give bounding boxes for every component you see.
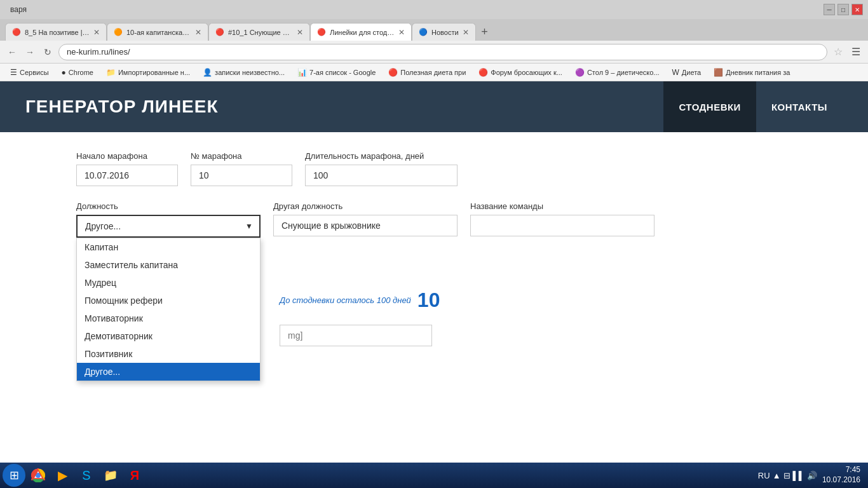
form-group-number: № марафона <box>191 151 292 186</box>
sys-tray: RU ▲ ⊟ ▌▌ 🔊 <box>758 471 817 480</box>
bookmark-imported[interactable]: 📁 Импортированные н... <box>101 65 195 79</box>
lang-indicator: RU <box>758 471 770 480</box>
minimize-button[interactable]: ─ <box>824 4 835 15</box>
bookmark-dnevnik-label: Дневник питания за <box>726 69 790 76</box>
bookmark-diet[interactable]: 🔴 Полезная диета при <box>383 65 471 79</box>
tab-1-close[interactable]: ✕ <box>93 28 100 37</box>
form-group-position: Должность Другое... ▼ Капитан Заместител… <box>76 201 261 238</box>
menu-icon[interactable]: ☰ <box>849 46 863 58</box>
select-arrow-icon: ▼ <box>245 222 253 231</box>
preview-text: До стодневки осталось 100 дней <box>280 295 411 305</box>
tab-2-close[interactable]: ✕ <box>195 28 201 37</box>
team-name-input[interactable] <box>470 215 654 236</box>
bookmark-star-icon[interactable]: ☆ <box>831 46 845 58</box>
partial-input-area <box>280 325 792 346</box>
position-select-wrapper: Другое... ▼ Капитан Заместитель капитана… <box>76 215 261 238</box>
tab-1-favicon: 🔴 <box>12 28 21 37</box>
form-group-other-position: Другая должность <box>273 201 458 236</box>
back-button[interactable]: ← <box>5 45 19 59</box>
tab-4-close[interactable]: ✕ <box>398 28 405 37</box>
form-area: Начало марафона № марафона Длительность … <box>0 132 868 365</box>
tab-1[interactable]: 🔴 8_5 На позитиве | Стран... ✕ <box>5 23 107 41</box>
title-bar-text: варя <box>10 5 27 14</box>
other-position-input[interactable] <box>273 215 458 236</box>
new-tab-button[interactable]: + <box>476 23 494 41</box>
taskbar-folder-icon[interactable]: 📁 <box>99 464 122 487</box>
bookmark-dieta-label: Диета <box>682 69 701 76</box>
start-button[interactable]: ⊞ <box>3 464 25 487</box>
tab-5-close[interactable]: ✕ <box>463 28 469 37</box>
dropdown-item-motivatornik[interactable]: Мотиваторник <box>77 309 260 327</box>
tab-3-label: #10_1 Снующие в крыж... <box>228 29 293 36</box>
tab-3[interactable]: 🔴 #10_1 Снующие в крыж... ✕ <box>208 23 310 41</box>
up-arrow-icon: ▲ <box>773 471 781 480</box>
7th-icon: 📊 <box>297 68 307 77</box>
tab-3-close[interactable]: ✕ <box>297 28 303 37</box>
dropdown-item-drugoe[interactable]: Другое... <box>77 363 260 381</box>
other-position-label: Другая должность <box>273 201 458 211</box>
forward-button[interactable]: → <box>23 45 37 59</box>
dropdown-item-demotivatornik[interactable]: Демотиваторник <box>77 327 260 345</box>
taskbar: ⊞ ▶ S 📁 Я RU ▲ ⊟ ▌▌ 🔊 7:45 10.07.2016 <box>0 463 868 488</box>
team-name-label: Название команды <box>470 201 654 211</box>
bookmark-stol9[interactable]: 🟣 Стол 9 – диетическо... <box>570 65 665 79</box>
tab-bar: 🔴 8_5 На позитиве | Стран... ✕ 🟠 10-ая к… <box>0 19 868 41</box>
tab-5-favicon: 🔵 <box>419 28 428 37</box>
form-group-start: Начало марафона <box>76 151 178 186</box>
tab-4[interactable]: 🔴 Линейки для стодневок ✕ <box>310 23 412 41</box>
taskbar-yandex-icon[interactable]: Я <box>123 464 146 487</box>
forum-icon: 🔴 <box>478 68 488 77</box>
nav-contacts[interactable]: КОНТАКТЫ <box>756 81 843 132</box>
bookmark-diet-label: Полезная диета при <box>400 69 466 76</box>
zapiski-icon: 👤 <box>203 68 212 77</box>
marathon-duration-input[interactable] <box>305 165 458 186</box>
tab-2-label: 10-ая капитанская рубка <box>126 29 191 36</box>
title-bar: варя ─ □ ✕ <box>0 0 868 19</box>
bookmark-zapiski[interactable]: 👤 записки неизвестно... <box>198 65 290 79</box>
marathon-start-label: Начало марафона <box>76 151 178 161</box>
refresh-button[interactable]: ↻ <box>41 45 55 59</box>
bookmark-dnevnik[interactable]: 🟫 Дневник питания за <box>709 65 795 79</box>
bookmark-dieta[interactable]: W Диета <box>667 65 707 79</box>
taskbar-skype-icon[interactable]: S <box>75 464 98 487</box>
maximize-button[interactable]: □ <box>837 4 849 15</box>
dieta-icon: W <box>672 68 679 77</box>
diet-icon: 🔴 <box>388 68 398 77</box>
taskbar-media-icon[interactable]: ▶ <box>51 464 74 487</box>
close-button[interactable]: ✕ <box>851 4 863 15</box>
marathon-start-input[interactable] <box>76 165 178 186</box>
nav-stodnevki[interactable]: СТОДНЕВКИ <box>663 81 756 132</box>
dropdown-item-mudrets[interactable]: Мудрец <box>77 274 260 292</box>
services-icon: ☰ <box>10 68 17 77</box>
bookmark-7th[interactable]: 📊 7-ая список - Google <box>292 65 381 79</box>
volume-icon: 🔊 <box>807 471 817 480</box>
bookmark-forum-label: Форум бросающих к... <box>491 69 562 76</box>
tab-1-label: 8_5 На позитиве | Стран... <box>25 29 90 36</box>
address-input[interactable] <box>58 44 827 60</box>
dropdown-item-pomoshnik[interactable]: Помощник рефери <box>77 292 260 309</box>
tab-2-favicon: 🟠 <box>114 28 123 37</box>
taskbar-chrome-icon[interactable] <box>27 464 50 487</box>
marathon-duration-label: Длительность марафона, дней <box>305 151 458 161</box>
bookmarks-bar: ☰ Сервисы ● Chrome 📁 Импортированные н..… <box>0 64 868 81</box>
dropdown-item-kapitan[interactable]: Капитан <box>77 238 260 256</box>
bookmark-chrome[interactable]: ● Chrome <box>57 65 98 79</box>
tab-2[interactable]: 🟠 10-ая капитанская рубка ✕ <box>107 23 208 41</box>
partial-input[interactable] <box>280 325 432 346</box>
tab-4-label: Линейки для стодневок <box>330 29 395 36</box>
chrome-icon: ● <box>62 68 66 77</box>
preview-number: 10 <box>417 288 440 312</box>
position-label: Должность <box>76 201 261 211</box>
dropdown-item-pozitivnik[interactable]: Позитивник <box>77 345 260 363</box>
site-title: ГЕНЕРАТОР ЛИНЕЕК <box>25 97 219 117</box>
bookmark-stol9-label: Стол 9 – диетическо... <box>587 69 660 76</box>
marathon-number-input[interactable] <box>191 165 292 186</box>
taskbar-time: 7:45 10.07.2016 <box>822 465 860 485</box>
bookmark-forum[interactable]: 🔴 Форум бросающих к... <box>473 65 567 79</box>
tab-4-favicon: 🔴 <box>317 28 326 37</box>
position-select[interactable]: Другое... ▼ <box>76 215 261 238</box>
dropdown-item-zam[interactable]: Заместитель капитана <box>77 256 260 274</box>
tab-5[interactable]: 🔵 Новости ✕ <box>412 23 476 41</box>
bookmark-services[interactable]: ☰ Сервисы <box>5 65 54 79</box>
bookmark-imported-label: Импортированные н... <box>118 69 190 76</box>
